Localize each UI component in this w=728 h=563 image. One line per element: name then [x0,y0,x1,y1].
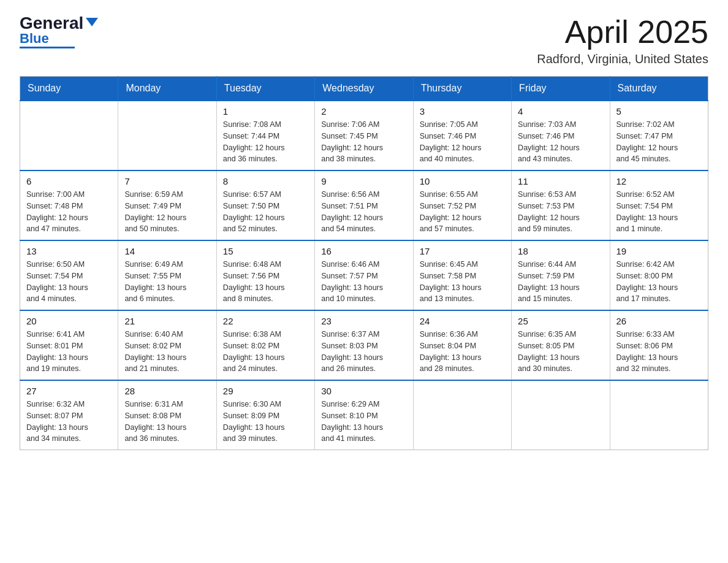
day-info: Sunrise: 6:45 AMSunset: 7:58 PMDaylight:… [420,259,505,305]
day-number: 14 [124,246,210,256]
day-number: 20 [26,316,112,326]
day-number: 8 [223,176,308,186]
day-info: Sunrise: 6:56 AMSunset: 7:51 PMDaylight:… [321,189,406,235]
calendar-cell: 7Sunrise: 6:59 AMSunset: 7:49 PMDaylight… [118,170,216,240]
calendar-cell: 29Sunrise: 6:30 AMSunset: 8:09 PMDayligh… [216,380,314,450]
day-info: Sunrise: 6:36 AMSunset: 8:04 PMDaylight:… [420,329,505,375]
calendar-cell [118,101,216,170]
day-number: 2 [321,106,406,117]
calendar-cell [512,380,610,450]
calendar-cell: 28Sunrise: 6:31 AMSunset: 8:08 PMDayligh… [118,380,216,450]
calendar-cell: 24Sunrise: 6:36 AMSunset: 8:04 PMDayligh… [413,310,511,380]
day-info: Sunrise: 6:31 AMSunset: 8:08 PMDaylight:… [124,399,210,445]
week-row-5: 27Sunrise: 6:32 AMSunset: 8:07 PMDayligh… [20,380,708,450]
week-row-4: 20Sunrise: 6:41 AMSunset: 8:01 PMDayligh… [20,310,708,380]
day-info: Sunrise: 6:48 AMSunset: 7:56 PMDaylight:… [223,259,308,305]
calendar-cell: 30Sunrise: 6:29 AMSunset: 8:10 PMDayligh… [315,380,413,450]
calendar-cell: 5Sunrise: 7:02 AMSunset: 7:47 PMDaylight… [610,101,708,170]
day-info: Sunrise: 6:49 AMSunset: 7:55 PMDaylight:… [124,259,210,305]
calendar-cell: 19Sunrise: 6:42 AMSunset: 8:00 PMDayligh… [610,240,708,310]
day-number: 13 [26,246,112,256]
day-number: 15 [223,246,308,256]
calendar-cell: 27Sunrise: 6:32 AMSunset: 8:07 PMDayligh… [20,380,118,450]
day-info: Sunrise: 6:29 AMSunset: 8:10 PMDaylight:… [321,399,406,445]
header-right: April 2025 Radford, Virginia, United Sta… [537,15,708,66]
day-info: Sunrise: 6:44 AMSunset: 7:59 PMDaylight:… [518,259,603,305]
day-number: 25 [518,316,603,326]
calendar-cell [20,101,118,170]
week-row-3: 13Sunrise: 6:50 AMSunset: 7:54 PMDayligh… [20,240,708,310]
calendar-cell: 4Sunrise: 7:03 AMSunset: 7:46 PMDaylight… [512,101,610,170]
calendar-cell: 21Sunrise: 6:40 AMSunset: 8:02 PMDayligh… [118,310,216,380]
day-number: 3 [420,106,505,117]
day-info: Sunrise: 6:50 AMSunset: 7:54 PMDaylight:… [26,259,112,305]
week-row-2: 6Sunrise: 7:00 AMSunset: 7:48 PMDaylight… [20,170,708,240]
calendar-cell: 1Sunrise: 7:08 AMSunset: 7:44 PMDaylight… [216,101,314,170]
weekday-tuesday: Tuesday [216,77,314,101]
day-info: Sunrise: 6:42 AMSunset: 8:00 PMDaylight:… [616,259,702,305]
day-number: 26 [616,316,702,326]
calendar-cell: 10Sunrise: 6:55 AMSunset: 7:52 PMDayligh… [413,170,511,240]
month-title: April 2025 [537,15,708,50]
day-number: 9 [321,176,406,186]
calendar-cell: 23Sunrise: 6:37 AMSunset: 8:03 PMDayligh… [315,310,413,380]
calendar-table: SundayMondayTuesdayWednesdayThursdayFrid… [20,76,708,450]
logo-blue-text: Blue [20,32,49,45]
day-number: 24 [420,316,505,326]
day-info: Sunrise: 6:55 AMSunset: 7:52 PMDaylight:… [420,189,505,235]
day-info: Sunrise: 6:30 AMSunset: 8:09 PMDaylight:… [223,399,308,445]
calendar-cell: 14Sunrise: 6:49 AMSunset: 7:55 PMDayligh… [118,240,216,310]
weekday-friday: Friday [512,77,610,101]
day-number: 6 [26,176,112,186]
day-info: Sunrise: 6:59 AMSunset: 7:49 PMDaylight:… [124,189,210,235]
calendar-cell: 8Sunrise: 6:57 AMSunset: 7:50 PMDaylight… [216,170,314,240]
calendar-cell: 11Sunrise: 6:53 AMSunset: 7:53 PMDayligh… [512,170,610,240]
day-info: Sunrise: 6:37 AMSunset: 8:03 PMDaylight:… [321,329,406,375]
calendar-cell: 12Sunrise: 6:52 AMSunset: 7:54 PMDayligh… [610,170,708,240]
logo-triangle-icon [86,18,98,26]
page-header: General Blue April 2025 Radford, Virgini… [20,15,708,66]
day-number: 10 [420,176,505,186]
calendar-cell: 13Sunrise: 6:50 AMSunset: 7:54 PMDayligh… [20,240,118,310]
calendar-cell: 3Sunrise: 7:05 AMSunset: 7:46 PMDaylight… [413,101,511,170]
calendar-cell [413,380,511,450]
day-number: 22 [223,316,308,326]
day-number: 18 [518,246,603,256]
calendar-cell: 22Sunrise: 6:38 AMSunset: 8:02 PMDayligh… [216,310,314,380]
calendar-cell: 15Sunrise: 6:48 AMSunset: 7:56 PMDayligh… [216,240,314,310]
day-number: 4 [518,106,603,117]
day-info: Sunrise: 7:06 AMSunset: 7:45 PMDaylight:… [321,119,406,165]
day-info: Sunrise: 7:05 AMSunset: 7:46 PMDaylight:… [420,119,505,165]
week-row-1: 1Sunrise: 7:08 AMSunset: 7:44 PMDaylight… [20,101,708,170]
day-number: 1 [223,106,308,117]
day-info: Sunrise: 7:08 AMSunset: 7:44 PMDaylight:… [223,119,308,165]
day-number: 11 [518,176,603,186]
day-info: Sunrise: 6:57 AMSunset: 7:50 PMDaylight:… [223,189,308,235]
weekday-monday: Monday [118,77,216,101]
day-info: Sunrise: 7:03 AMSunset: 7:46 PMDaylight:… [518,119,603,165]
weekday-thursday: Thursday [413,77,511,101]
day-number: 28 [124,386,210,396]
weekday-saturday: Saturday [610,77,708,101]
day-info: Sunrise: 6:53 AMSunset: 7:53 PMDaylight:… [518,189,603,235]
day-info: Sunrise: 6:38 AMSunset: 8:02 PMDaylight:… [223,329,308,375]
day-number: 27 [26,386,112,396]
logo-underline [20,47,75,48]
day-info: Sunrise: 7:00 AMSunset: 7:48 PMDaylight:… [26,189,112,235]
day-number: 21 [124,316,210,326]
day-number: 30 [321,386,406,396]
calendar-cell: 26Sunrise: 6:33 AMSunset: 8:06 PMDayligh… [610,310,708,380]
calendar-cell: 18Sunrise: 6:44 AMSunset: 7:59 PMDayligh… [512,240,610,310]
calendar-cell: 20Sunrise: 6:41 AMSunset: 8:01 PMDayligh… [20,310,118,380]
day-number: 12 [616,176,702,186]
day-number: 23 [321,316,406,326]
weekday-header-row: SundayMondayTuesdayWednesdayThursdayFrid… [20,77,708,101]
day-info: Sunrise: 6:40 AMSunset: 8:02 PMDaylight:… [124,329,210,375]
calendar-cell: 16Sunrise: 6:46 AMSunset: 7:57 PMDayligh… [315,240,413,310]
day-info: Sunrise: 6:33 AMSunset: 8:06 PMDaylight:… [616,329,702,375]
calendar-cell: 17Sunrise: 6:45 AMSunset: 7:58 PMDayligh… [413,240,511,310]
day-number: 17 [420,246,505,256]
day-info: Sunrise: 6:41 AMSunset: 8:01 PMDaylight:… [26,329,112,375]
calendar-cell: 25Sunrise: 6:35 AMSunset: 8:05 PMDayligh… [512,310,610,380]
calendar-header: SundayMondayTuesdayWednesdayThursdayFrid… [20,77,708,101]
